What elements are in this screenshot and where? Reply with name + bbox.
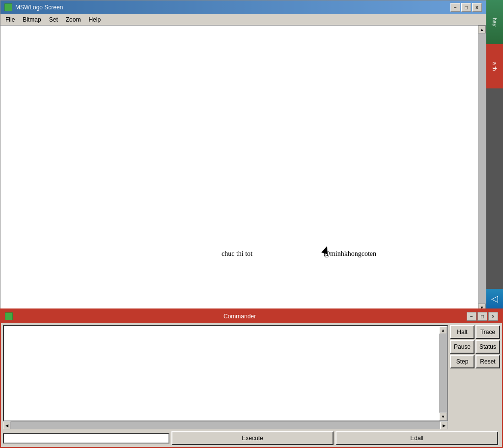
canvas-text-chuc: chuc thi tot bbox=[222, 250, 252, 258]
msw-screen-window: MSWLogo Screen − □ × File Bitmap Set Zoo… bbox=[0, 0, 486, 312]
edall-button[interactable]: Edall bbox=[335, 431, 498, 445]
step-button[interactable]: Step bbox=[450, 355, 475, 368]
commander-icon bbox=[5, 312, 13, 320]
canvas-area: chuc thi tot @minhkhongcoten ▲ ▼ bbox=[0, 26, 486, 311]
msw-close-button[interactable]: × bbox=[472, 3, 482, 12]
msw-icon bbox=[4, 3, 12, 11]
command-input[interactable] bbox=[3, 433, 169, 444]
code-panel: ▲ ▼ ◀ ▶ bbox=[3, 325, 448, 429]
commander-title: Commander bbox=[13, 313, 467, 320]
scroll-up-arrow[interactable]: ▲ bbox=[478, 26, 486, 33]
buttons-spacer bbox=[450, 369, 500, 429]
canvas-scrollbar[interactable]: ▲ ▼ bbox=[478, 26, 486, 311]
code-scroll-right[interactable]: ▶ bbox=[440, 421, 448, 429]
btn-row-3: Step Reset bbox=[450, 355, 500, 368]
commander-body: ▲ ▼ ◀ ▶ Halt Trace Pause Status bbox=[1, 323, 502, 431]
msw-screen-controls: − □ × bbox=[450, 3, 482, 12]
trace-button[interactable]: Trace bbox=[475, 325, 500, 339]
code-scrollbar[interactable]: ▲ ▼ bbox=[439, 326, 447, 420]
commander-minimize-button[interactable]: − bbox=[467, 312, 476, 321]
menu-bar: File Bitmap Set Zoom Help bbox=[0, 14, 486, 26]
commander-close-button[interactable]: × bbox=[488, 312, 498, 321]
code-editor-container: ▲ ▼ bbox=[3, 325, 448, 421]
msw-screen-titlebar: MSWLogo Screen − □ × bbox=[0, 0, 486, 14]
menu-bitmap[interactable]: Bitmap bbox=[20, 15, 44, 24]
btn-row-2: Pause Status bbox=[450, 340, 500, 354]
code-textarea[interactable] bbox=[4, 326, 439, 420]
btn-row-1: Halt Trace bbox=[450, 325, 500, 339]
msw-minimize-button[interactable]: − bbox=[450, 3, 460, 12]
code-scroll-up[interactable]: ▲ bbox=[439, 326, 447, 334]
titlebar-left: MSWLogo Screen bbox=[4, 3, 63, 11]
status-button[interactable]: Status bbox=[475, 340, 500, 354]
menu-set[interactable]: Set bbox=[46, 15, 61, 24]
pause-button[interactable]: Pause bbox=[450, 340, 475, 354]
code-scroll-left[interactable]: ◀ bbox=[3, 421, 11, 429]
menu-zoom[interactable]: Zoom bbox=[63, 15, 84, 24]
input-line: Execute Edall bbox=[3, 431, 500, 445]
scroll-track[interactable] bbox=[478, 33, 486, 304]
code-hscroll-track[interactable] bbox=[11, 421, 440, 429]
menu-file[interactable]: File bbox=[2, 15, 18, 24]
commander-controls: − □ × bbox=[467, 312, 498, 321]
msw-screen-title: MSWLogo Screen bbox=[15, 4, 63, 11]
msw-maximize-button[interactable]: □ bbox=[461, 3, 471, 12]
halt-button[interactable]: Halt bbox=[450, 325, 475, 339]
side-panel-button[interactable]: ◁ bbox=[486, 289, 503, 308]
canvas-content: chuc thi tot @minhkhongcoten bbox=[0, 26, 478, 311]
code-scroll-down[interactable]: ▼ bbox=[439, 413, 447, 420]
reset-button[interactable]: Reset bbox=[475, 355, 500, 368]
side-panel-bot bbox=[486, 88, 503, 289]
execute-button[interactable]: Execute bbox=[171, 431, 334, 445]
code-hscrollbar: ◀ ▶ bbox=[3, 421, 448, 429]
side-panel-top: hay bbox=[486, 0, 503, 44]
code-scroll-track[interactable] bbox=[439, 334, 447, 413]
commander-titlebar: Commander − □ × bbox=[1, 309, 502, 323]
menu-help[interactable]: Help bbox=[85, 15, 104, 24]
side-panel: hay a th ◁ bbox=[486, 0, 503, 308]
commander-window: Commander − □ × ▲ ▼ ◀ ▶ bbox=[0, 308, 503, 448]
buttons-panel: Halt Trace Pause Status Step Reset bbox=[448, 323, 502, 431]
side-panel-mid: a th bbox=[486, 44, 503, 88]
canvas-text-minh: @minhkhongcoten bbox=[324, 250, 376, 258]
commander-maximize-button[interactable]: □ bbox=[477, 312, 487, 321]
